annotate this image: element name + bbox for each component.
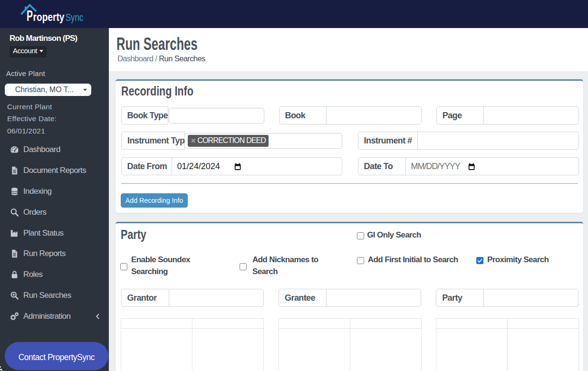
svg-text:roperty: roperty	[33, 11, 65, 23]
svg-text:Sync: Sync	[66, 11, 83, 23]
svg-text:P: P	[27, 8, 33, 24]
